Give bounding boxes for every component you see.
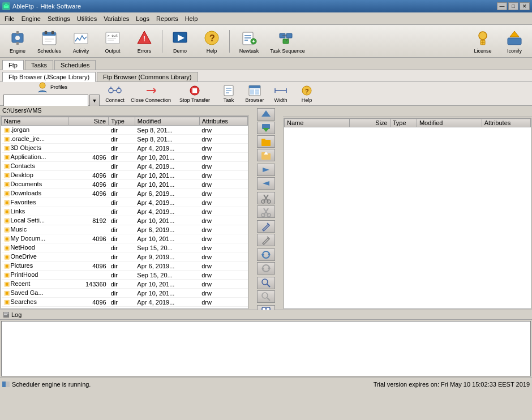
- file-name-cell: ▣3D Objects: [2, 144, 68, 153]
- file-modified-cell: Apr 6, 2019...: [135, 189, 199, 198]
- file-modified-cell: Sep 15, 20...: [135, 271, 199, 280]
- parent-left-button[interactable]: [257, 149, 275, 161]
- log-content[interactable]: [1, 321, 531, 376]
- minimize-button[interactable]: —: [497, 2, 507, 10]
- left-file-row[interactable]: ▣Application... 4096 dir Apr 10, 201... …: [2, 153, 248, 162]
- mkdir-left-button[interactable]: [257, 135, 275, 148]
- file-size-cell: 143360: [68, 280, 109, 289]
- svg-text:?: ?: [209, 33, 215, 43]
- left-file-row[interactable]: ▣Music dir Apr 6, 2019... drw: [2, 225, 248, 234]
- left-file-row[interactable]: ▣.oracle_jre... dir Sep 8, 201... drw: [2, 135, 248, 144]
- ftp-close-conn-button[interactable]: Close Connection: [129, 84, 173, 104]
- refresh-right-button[interactable]: [257, 262, 275, 275]
- engine-icon: [8, 29, 27, 47]
- toolbar-newtask-button[interactable]: Newtask: [232, 27, 266, 56]
- left-file-row[interactable]: ▣Searches 4096 dir Apr 4, 2019... drw: [2, 298, 248, 307]
- left-file-row[interactable]: ▣Favorites dir Apr 4, 2019... drw: [2, 198, 248, 207]
- ftp-stop-transfer-button[interactable]: Stop Transfer: [175, 84, 214, 104]
- menu-engine[interactable]: Engine: [18, 14, 44, 23]
- search-right-button[interactable]: [257, 290, 275, 303]
- cut-left-button[interactable]: [257, 192, 275, 204]
- file-attrs-cell: drw: [199, 307, 247, 309]
- file-type-icon: ▣: [4, 208, 10, 215]
- file-attrs-cell: drw: [199, 126, 247, 135]
- ftp-help-button[interactable]: ? Help: [295, 84, 319, 104]
- sub-tab-commons[interactable]: Ftp Browser (Commons Library): [97, 72, 198, 82]
- ftp-browser-button[interactable]: Browser: [243, 84, 267, 104]
- left-file-row[interactable]: ▣Desktop 4096 dir Apr 10, 201... drw: [2, 171, 248, 180]
- ftp-connect-button[interactable]: Connect: [103, 84, 127, 104]
- file-name-cell: ▣Application...: [2, 153, 68, 162]
- ftp-task-button[interactable]: Task: [217, 84, 241, 104]
- maximize-button[interactable]: □: [508, 2, 518, 10]
- toolbar-license-button[interactable]: License: [467, 27, 498, 56]
- profiles-combo-input[interactable]: [3, 95, 88, 107]
- log-area: Log: [0, 310, 532, 378]
- file-name-cell: ▣My Docum...: [2, 234, 68, 243]
- file-type-icon: ▣: [4, 280, 10, 287]
- right-col-size: Size: [349, 119, 390, 127]
- left-file-row[interactable]: ▣Saved Ga... dir Apr 10, 201... drw: [2, 289, 248, 298]
- refresh-left-button[interactable]: [257, 248, 275, 261]
- left-file-row[interactable]: ▣Recent 143360 dir Apr 10, 201... drw: [2, 280, 248, 289]
- browser-icon: [248, 84, 261, 97]
- ftp-width-button[interactable]: Width: [269, 84, 293, 104]
- menu-utilities[interactable]: Utilities: [74, 14, 100, 23]
- status-indicator-2: [6, 382, 10, 387]
- tab-tasks[interactable]: Tasks: [25, 60, 53, 70]
- toolbar-help-button[interactable]: ? Help: [196, 27, 227, 56]
- search-left-button[interactable]: [257, 277, 275, 289]
- right-file-scroll[interactable]: Name Size Type Modified Attributes: [284, 118, 531, 308]
- toolbar-license-label: License: [474, 48, 491, 54]
- toolbar-schedules-button[interactable]: Schedules: [34, 27, 65, 56]
- menu-settings[interactable]: Settings: [44, 14, 74, 23]
- menu-file[interactable]: File: [1, 14, 18, 23]
- left-file-row[interactable]: ▣3D Objects dir Apr 4, 2019... drw: [2, 144, 248, 153]
- left-file-row[interactable]: ▣PrintHood dir Sep 15, 20... drw: [2, 271, 248, 280]
- menu-help[interactable]: Help: [182, 14, 201, 23]
- tab-ftp[interactable]: Ftp: [2, 60, 24, 70]
- left-file-row[interactable]: ▣Documents 4096 dir Apr 10, 201... drw: [2, 180, 248, 189]
- transfer-right-button[interactable]: [257, 164, 275, 176]
- toolbar-tasksequence-button[interactable]: Task Sequence: [267, 27, 308, 56]
- left-file-row[interactable]: ▣My Docum... 4096 dir Apr 10, 201... drw: [2, 234, 248, 243]
- rename-right-button[interactable]: [257, 234, 275, 246]
- transfer-left-button[interactable]: [257, 177, 275, 190]
- left-file-row[interactable]: ▣.jorgan dir Sep 8, 201... drw: [2, 126, 248, 135]
- left-file-row[interactable]: ▣Contacts dir Apr 4, 2019... drw: [2, 162, 248, 171]
- left-up-button[interactable]: [257, 108, 275, 121]
- left-file-row[interactable]: ▣SendTo 4096 dir Apr 10, 201... drw: [2, 307, 248, 309]
- rename-left-button[interactable]: [257, 220, 275, 233]
- file-attrs-cell: drw: [199, 207, 247, 216]
- left-file-row[interactable]: ▣Pictures 4096 dir Apr 6, 2019... drw: [2, 262, 248, 271]
- toolbar-errors-button[interactable]: ! Errors: [129, 27, 160, 56]
- profiles-combo-arrow[interactable]: ▼: [89, 95, 100, 107]
- newtask-icon: [240, 29, 258, 47]
- app-icon: [2, 2, 10, 10]
- cut-right-button[interactable]: [257, 205, 275, 218]
- toolbar-demo-button[interactable]: Demo: [165, 27, 195, 56]
- right-file-table: Name Size Type Modified Attributes: [284, 118, 531, 127]
- left-file-row[interactable]: ▣Downloads 4096 dir Apr 6, 2019... drw: [2, 189, 248, 198]
- toolbar-iconify-button[interactable]: Iconify: [499, 27, 530, 56]
- menu-variables[interactable]: Variables: [100, 14, 132, 23]
- left-file-row[interactable]: ▣OneDrive dir Apr 9, 2019... drw: [2, 252, 248, 262]
- toolbar-output-button[interactable]: > out Output: [97, 27, 128, 56]
- file-size-cell: [68, 126, 109, 135]
- file-name-cell: ▣OneDrive: [2, 252, 68, 262]
- toolbar-schedules-label: Schedules: [37, 48, 61, 54]
- menu-reports[interactable]: Reports: [153, 14, 182, 23]
- tab-schedules[interactable]: Schedules: [54, 60, 96, 70]
- download-button[interactable]: [257, 122, 275, 134]
- left-file-scroll[interactable]: Name Size Type Modified Attributes ▣.jor…: [1, 117, 248, 308]
- connect-icon: [108, 84, 122, 97]
- toolbar-engine-button[interactable]: Engine: [2, 27, 33, 56]
- file-attrs-cell: drw: [199, 298, 247, 307]
- left-file-tbody: ▣.jorgan dir Sep 8, 201... drw ▣.oracle_…: [2, 126, 248, 309]
- toolbar-activity-button[interactable]: Activity: [66, 27, 96, 56]
- menu-logs[interactable]: Logs: [132, 14, 153, 23]
- left-file-row[interactable]: ▣Local Setti... 8192 dir Apr 10, 201... …: [2, 216, 248, 225]
- left-file-row[interactable]: ▣NetHood dir Sep 15, 20... drw: [2, 243, 248, 252]
- left-file-row[interactable]: ▣Links dir Apr 4, 2019... drw: [2, 207, 248, 216]
- close-button[interactable]: ✕: [520, 2, 530, 10]
